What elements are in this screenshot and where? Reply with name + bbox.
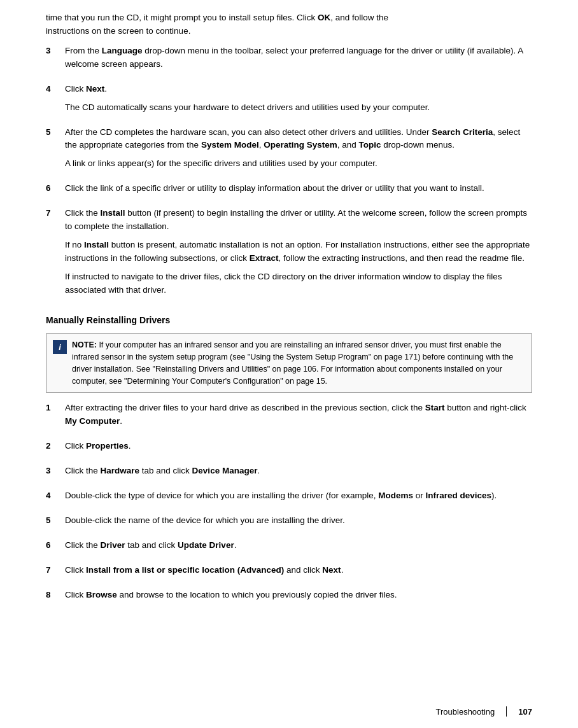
page-footer: Troubleshooting 107 — [436, 706, 532, 717]
manual-step-7-content: Click Install from a list or specific lo… — [65, 564, 532, 582]
manual-step-2-content: Click Properties. — [65, 440, 532, 458]
step-3-number: 3 — [46, 45, 61, 76]
manual-step-8-content: Click Browse and browse to the location … — [65, 589, 532, 607]
footer-divider — [506, 706, 507, 717]
note-text: If your computer has an infrared sensor … — [72, 340, 513, 385]
manually-reinstalling-heading: Manually Reinstalling Drivers — [46, 314, 532, 328]
manual-step-5-content: Double-click the name of the device for … — [65, 514, 532, 533]
step-3-content: From the Language drop-down menu in the … — [65, 45, 532, 76]
step-3: 3 From the Language drop-down menu in th… — [46, 45, 532, 76]
footer-section: Troubleshooting — [436, 707, 495, 717]
manual-step-4-content: Double-click the type of device for whic… — [65, 489, 532, 508]
manual-step-2: 2 Click Properties. — [46, 440, 532, 458]
manual-step-8: 8 Click Browse and browse to the locatio… — [46, 589, 532, 607]
note-content: NOTE: If your computer has an infrared s… — [72, 339, 525, 387]
steps-list-part1: 3 From the Language drop-down menu in th… — [46, 45, 532, 302]
intro-paragraph: time that you run the CD, it might promp… — [46, 11, 532, 38]
step-7-number: 7 — [46, 207, 61, 302]
step-5: 5 After the CD completes the hardware sc… — [46, 126, 532, 176]
step-7-content: Click the Install button (if present) to… — [65, 207, 532, 302]
manual-step-6-content: Click the Driver tab and click Update Dr… — [65, 539, 532, 557]
step-7: 7 Click the Install button (if present) … — [46, 207, 532, 302]
manual-step-3: 3 Click the Hardware tab and click Devic… — [46, 465, 532, 483]
step-6: 6 Click the link of a specific driver or… — [46, 182, 532, 200]
manual-step-4: 4 Double-click the type of device for wh… — [46, 489, 532, 508]
footer-page-number: 107 — [518, 707, 532, 717]
manual-step-7-number: 7 — [46, 564, 61, 582]
note-label: NOTE: — [72, 340, 97, 349]
manual-step-7: 7 Click Install from a list or specific … — [46, 564, 532, 582]
step-6-number: 6 — [46, 182, 61, 200]
step-5-content: After the CD completes the hardware scan… — [65, 126, 532, 176]
manual-step-8-number: 8 — [46, 589, 61, 607]
step-4-content: Click Next. The CD automatically scans y… — [65, 83, 532, 120]
manual-step-6-number: 6 — [46, 539, 61, 557]
manual-step-1-content: After extracting the driver files to you… — [65, 402, 532, 433]
manual-step-5: 5 Double-click the name of the device fo… — [46, 514, 532, 533]
manual-step-1: 1 After extracting the driver files to y… — [46, 402, 532, 433]
step-4-number: 4 — [46, 83, 61, 120]
manual-step-3-content: Click the Hardware tab and click Device … — [65, 465, 532, 483]
step-5-number: 5 — [46, 126, 61, 176]
step-6-content: Click the link of a specific driver or u… — [65, 182, 532, 200]
steps-list-part2: 1 After extracting the driver files to y… — [46, 402, 532, 606]
manual-step-2-number: 2 — [46, 440, 61, 458]
manual-step-4-number: 4 — [46, 489, 61, 508]
page: time that you run the CD, it might promp… — [0, 0, 578, 728]
manual-step-1-number: 1 — [46, 402, 61, 433]
manual-step-5-number: 5 — [46, 514, 61, 533]
manual-step-3-number: 3 — [46, 465, 61, 483]
note-box: i NOTE: If your computer has an infrared… — [46, 333, 532, 393]
manual-step-6: 6 Click the Driver tab and click Update … — [46, 539, 532, 557]
step-4: 4 Click Next. The CD automatically scans… — [46, 83, 532, 120]
note-icon: i — [53, 340, 67, 354]
